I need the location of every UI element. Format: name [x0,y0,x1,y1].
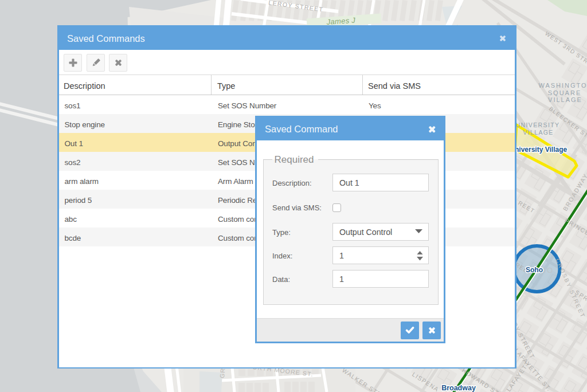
svg-text:WASHINGTON: WASHINGTON [538,82,587,89]
svg-text:Broadway: Broadway [441,384,476,392]
svg-text:VILLAGE: VILLAGE [523,129,554,136]
svg-text:VILLAGE: VILLAGE [548,96,582,103]
svg-text:GR: GR [218,367,226,378]
svg-text:niversity Village: niversity Village [515,146,567,154]
svg-text:SQUARE: SQUARE [548,89,581,96]
svg-text:Soho: Soho [526,266,543,274]
svg-text:UNIVERSITY: UNIVERSITY [515,121,559,128]
